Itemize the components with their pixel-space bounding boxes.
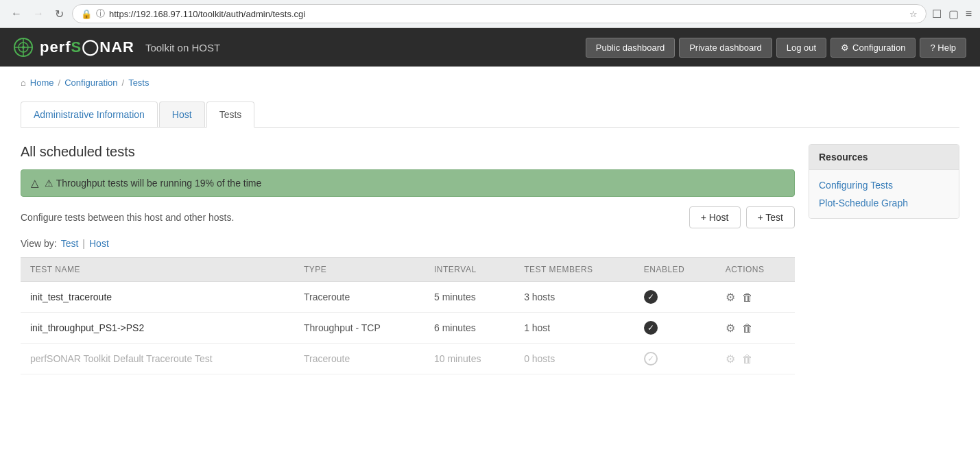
brand-logo-container: perfS◯NAR Toolkit on HOST xyxy=(14,38,220,57)
tab-host[interactable]: Host xyxy=(159,101,205,127)
brand-name: perfS◯NAR xyxy=(40,38,134,56)
configuration-button[interactable]: ⚙ Configuration xyxy=(830,38,916,58)
breadcrumb-home[interactable]: Home xyxy=(30,77,54,88)
section-title: All scheduled tests xyxy=(21,144,795,160)
table-header-row: TEST NAME TYPE INTERVAL TEST MEMBERS ENA… xyxy=(21,258,795,282)
view-by-test-link[interactable]: Test xyxy=(61,238,79,249)
table-row: init_throughput_PS1->PS2 Throughput - TC… xyxy=(21,313,795,344)
cell-actions: ⚙ 🗑 xyxy=(716,313,795,344)
tabs-container: Administrative Information Host Tests xyxy=(21,101,959,128)
resources-link-configuring-tests[interactable]: Configuring Tests xyxy=(819,180,949,191)
cell-enabled: ✓ xyxy=(634,344,716,374)
home-icon: ⌂ xyxy=(21,77,26,88)
resources-header: Resources xyxy=(809,145,959,170)
table-header: TEST NAME TYPE INTERVAL TEST MEMBERS ENA… xyxy=(21,258,795,282)
cell-interval: 5 minutes xyxy=(425,282,514,313)
info-icon: ⓘ xyxy=(96,8,105,20)
view-by: View by: Test | Host xyxy=(21,238,795,249)
private-dashboard-button[interactable]: Private dashboard xyxy=(679,38,772,58)
add-host-button[interactable]: + Host xyxy=(689,206,741,228)
main-layout: All scheduled tests △ ⚠ Throughput tests… xyxy=(21,144,959,374)
configure-line: Configure tests between this host and ot… xyxy=(21,206,795,228)
tests-table: TEST NAME TYPE INTERVAL TEST MEMBERS ENA… xyxy=(21,257,795,374)
trash-action-icon[interactable]: 🗑 xyxy=(742,291,753,303)
breadcrumb-config[interactable]: Configuration xyxy=(64,77,117,88)
browser-actions: ☐ ▢ ≡ xyxy=(932,8,972,21)
cell-type: Throughput - TCP xyxy=(294,313,425,344)
col-interval: INTERVAL xyxy=(425,258,514,282)
cell-enabled: ✓ xyxy=(634,313,716,344)
cell-interval: 10 minutes xyxy=(425,344,514,374)
breadcrumb-current: Tests xyxy=(128,77,149,88)
breadcrumb-sep-2: / xyxy=(122,77,125,88)
content-area: All scheduled tests △ ⚠ Throughput tests… xyxy=(21,144,795,374)
table-body: init_test_traceroute Traceroute 5 minute… xyxy=(21,282,795,374)
warning-icon: △ xyxy=(31,177,39,189)
configure-text: Configure tests between this host and ot… xyxy=(21,212,234,223)
star-icon[interactable]: ☆ xyxy=(909,9,918,19)
cell-members: 0 hosts xyxy=(514,344,634,374)
col-test-members: TEST MEMBERS xyxy=(514,258,634,282)
add-buttons: + Host + Test xyxy=(689,206,795,228)
table-row: init_test_traceroute Traceroute 5 minute… xyxy=(21,282,795,313)
cell-type: Traceroute xyxy=(294,344,425,374)
cell-enabled: ✓ xyxy=(634,282,716,313)
perfsonar-logo xyxy=(14,38,33,57)
url-text[interactable]: https://192.168.97.110/toolkit/auth/admi… xyxy=(109,9,905,19)
view-by-host-link[interactable]: Host xyxy=(89,238,109,249)
breadcrumb-sep-1: / xyxy=(58,77,61,88)
logout-button[interactable]: Log out xyxy=(776,38,826,58)
back-button[interactable]: ← xyxy=(8,6,25,21)
bookmark-icon[interactable]: ☐ xyxy=(932,8,942,21)
view-by-label: View by: xyxy=(21,238,57,249)
enabled-icon: ✓ xyxy=(644,290,658,304)
resources-body: Configuring Tests Plot-Schedule Graph xyxy=(809,170,959,218)
gear-icon: ⚙ xyxy=(841,43,849,53)
col-test-name: TEST NAME xyxy=(21,258,294,282)
cell-members: 3 hosts xyxy=(514,282,634,313)
cell-actions: ⚙ 🗑 xyxy=(716,282,795,313)
add-test-button[interactable]: + Test xyxy=(746,206,796,228)
help-button[interactable]: ? Help xyxy=(920,38,966,58)
reload-button[interactable]: ↻ xyxy=(52,6,67,22)
top-navbar: perfS◯NAR Toolkit on HOST Public dashboa… xyxy=(0,28,980,67)
cell-test-name: init_test_traceroute xyxy=(21,282,294,313)
gear-action-icon[interactable]: ⚙ xyxy=(726,322,735,334)
public-dashboard-button[interactable]: Public dashboard xyxy=(586,38,675,58)
brand-subtitle: Toolkit on HOST xyxy=(145,42,220,53)
browser-chrome: ← → ↻ 🔒 ⓘ https://192.168.97.110/toolkit… xyxy=(0,0,980,28)
forward-button[interactable]: → xyxy=(30,6,47,21)
trash-action-icon[interactable]: 🗑 xyxy=(742,322,753,334)
resources-link-plot-schedule-graph[interactable]: Plot-Schedule Graph xyxy=(819,198,949,208)
cell-interval: 6 minutes xyxy=(425,313,514,344)
alert-text: ⚠ Throughput tests will be running 19% o… xyxy=(45,178,261,189)
enabled-icon: ✓ xyxy=(644,321,658,335)
view-by-separator: | xyxy=(82,238,85,249)
tab-tests[interactable]: Tests xyxy=(206,101,255,128)
security-icon: 🔒 xyxy=(81,9,92,19)
page-content: ⌂ Home / Configuration / Tests Administr… xyxy=(0,67,980,385)
breadcrumb: ⌂ Home / Configuration / Tests xyxy=(21,77,959,88)
col-type: TYPE xyxy=(294,258,425,282)
address-bar: 🔒 ⓘ https://192.168.97.110/toolkit/auth/… xyxy=(72,4,927,23)
col-enabled: ENABLED xyxy=(634,258,716,282)
resources-sidebar: Resources Configuring Tests Plot-Schedul… xyxy=(809,144,959,374)
disabled-icon: ✓ xyxy=(644,352,658,366)
cell-test-name: init_throughput_PS1->PS2 xyxy=(21,313,294,344)
cell-members: 1 host xyxy=(514,313,634,344)
trash-action-icon: 🗑 xyxy=(742,353,753,365)
col-actions: ACTIONS xyxy=(716,258,795,282)
cell-type: Traceroute xyxy=(294,282,425,313)
table-row: perfSONAR Toolkit Default Traceroute Tes… xyxy=(21,344,795,374)
alert-throughput: △ ⚠ Throughput tests will be running 19%… xyxy=(21,169,795,197)
resources-box: Resources Configuring Tests Plot-Schedul… xyxy=(809,144,959,219)
gear-action-icon: ⚙ xyxy=(726,353,735,365)
tab-admin-information[interactable]: Administrative Information xyxy=(21,101,158,127)
menu-icon[interactable]: ≡ xyxy=(966,8,972,21)
extension-icon[interactable]: ▢ xyxy=(948,8,959,21)
top-nav-buttons: Public dashboard Private dashboard Log o… xyxy=(586,38,966,58)
cell-actions: ⚙ 🗑 xyxy=(716,344,795,374)
gear-action-icon[interactable]: ⚙ xyxy=(726,291,735,303)
cell-test-name: perfSONAR Toolkit Default Traceroute Tes… xyxy=(21,344,294,374)
